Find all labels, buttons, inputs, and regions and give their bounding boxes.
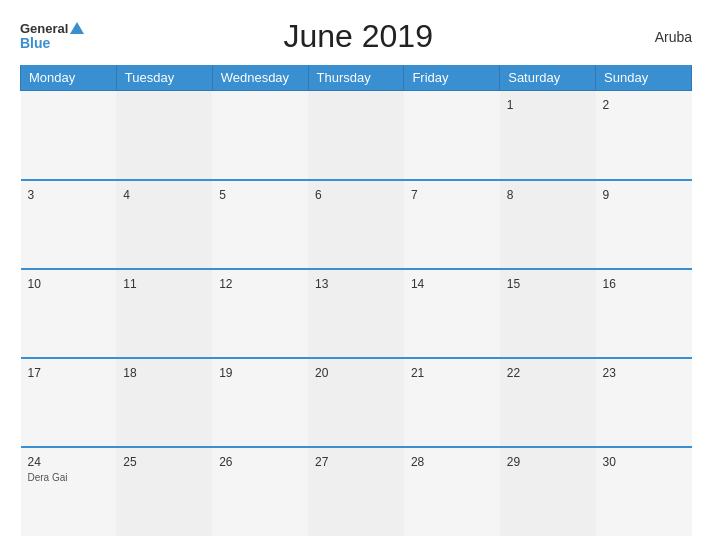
day-number: 14 — [411, 277, 424, 291]
day-cell-w1-d1 — [21, 91, 117, 180]
day-cell-w3-d2: 11 — [116, 269, 212, 358]
logo-triangle-icon — [70, 22, 84, 34]
day-number: 26 — [219, 455, 232, 469]
day-number: 23 — [603, 366, 616, 380]
day-number: 20 — [315, 366, 328, 380]
day-cell-w4-d5: 21 — [404, 358, 500, 447]
day-cell-w1-d4 — [308, 91, 404, 180]
day-number: 5 — [219, 188, 226, 202]
day-cell-w5-d2: 25 — [116, 447, 212, 536]
day-cell-w1-d3 — [212, 91, 308, 180]
day-cell-w2-d2: 4 — [116, 180, 212, 269]
day-cell-w5-d6: 29 — [500, 447, 596, 536]
day-number: 1 — [507, 98, 514, 112]
day-cell-w1-d7: 2 — [596, 91, 692, 180]
logo-general-text: General — [20, 22, 84, 36]
day-cell-w1-d2 — [116, 91, 212, 180]
day-cell-w5-d7: 30 — [596, 447, 692, 536]
day-cell-w3-d4: 13 — [308, 269, 404, 358]
header-friday: Friday — [404, 65, 500, 91]
header-monday: Monday — [21, 65, 117, 91]
day-cell-w5-d5: 28 — [404, 447, 500, 536]
day-cell-w4-d6: 22 — [500, 358, 596, 447]
day-number: 24 — [28, 455, 41, 469]
day-cell-w1-d5 — [404, 91, 500, 180]
day-number: 27 — [315, 455, 328, 469]
day-number: 3 — [28, 188, 35, 202]
day-number: 12 — [219, 277, 232, 291]
country-label: Aruba — [632, 29, 692, 45]
day-cell-w2-d1: 3 — [21, 180, 117, 269]
day-cell-w5-d3: 26 — [212, 447, 308, 536]
day-number: 2 — [603, 98, 610, 112]
day-number: 8 — [507, 188, 514, 202]
day-number: 4 — [123, 188, 130, 202]
day-number: 30 — [603, 455, 616, 469]
day-cell-w3-d6: 15 — [500, 269, 596, 358]
day-number: 22 — [507, 366, 520, 380]
day-number: 16 — [603, 277, 616, 291]
day-cell-w2-d5: 7 — [404, 180, 500, 269]
week-row-5: 24Dera Gai252627282930 — [21, 447, 692, 536]
day-cell-w5-d4: 27 — [308, 447, 404, 536]
day-number: 28 — [411, 455, 424, 469]
week-row-1: 12 — [21, 91, 692, 180]
day-number: 21 — [411, 366, 424, 380]
day-cell-w2-d3: 5 — [212, 180, 308, 269]
day-number: 7 — [411, 188, 418, 202]
day-number: 13 — [315, 277, 328, 291]
day-number: 10 — [28, 277, 41, 291]
header-thursday: Thursday — [308, 65, 404, 91]
day-cell-w3-d1: 10 — [21, 269, 117, 358]
day-number: 29 — [507, 455, 520, 469]
logo: General Blue — [20, 22, 84, 52]
day-number: 15 — [507, 277, 520, 291]
day-cell-w1-d6: 1 — [500, 91, 596, 180]
day-cell-w4-d2: 18 — [116, 358, 212, 447]
logo-blue-text: Blue — [20, 36, 84, 51]
day-cell-w2-d7: 9 — [596, 180, 692, 269]
day-number: 19 — [219, 366, 232, 380]
week-row-4: 17181920212223 — [21, 358, 692, 447]
calendar-title: June 2019 — [84, 18, 632, 55]
day-cell-w3-d5: 14 — [404, 269, 500, 358]
day-cell-w4-d4: 20 — [308, 358, 404, 447]
week-row-2: 3456789 — [21, 180, 692, 269]
header-wednesday: Wednesday — [212, 65, 308, 91]
day-cell-w4-d1: 17 — [21, 358, 117, 447]
calendar-table: Monday Tuesday Wednesday Thursday Friday… — [20, 65, 692, 536]
days-header-row: Monday Tuesday Wednesday Thursday Friday… — [21, 65, 692, 91]
header-sunday: Sunday — [596, 65, 692, 91]
day-cell-w3-d7: 16 — [596, 269, 692, 358]
day-cell-w3-d3: 12 — [212, 269, 308, 358]
day-cell-w2-d6: 8 — [500, 180, 596, 269]
header: General Blue June 2019 Aruba — [20, 18, 692, 55]
day-cell-w4-d3: 19 — [212, 358, 308, 447]
day-number: 17 — [28, 366, 41, 380]
day-cell-w2-d4: 6 — [308, 180, 404, 269]
day-cell-w4-d7: 23 — [596, 358, 692, 447]
calendar-page: General Blue June 2019 Aruba Monday Tues… — [0, 0, 712, 550]
day-event: Dera Gai — [28, 472, 110, 483]
week-row-3: 10111213141516 — [21, 269, 692, 358]
day-number: 25 — [123, 455, 136, 469]
day-number: 9 — [603, 188, 610, 202]
day-number: 18 — [123, 366, 136, 380]
day-cell-w5-d1: 24Dera Gai — [21, 447, 117, 536]
day-number: 6 — [315, 188, 322, 202]
day-number: 11 — [123, 277, 136, 291]
header-saturday: Saturday — [500, 65, 596, 91]
header-tuesday: Tuesday — [116, 65, 212, 91]
